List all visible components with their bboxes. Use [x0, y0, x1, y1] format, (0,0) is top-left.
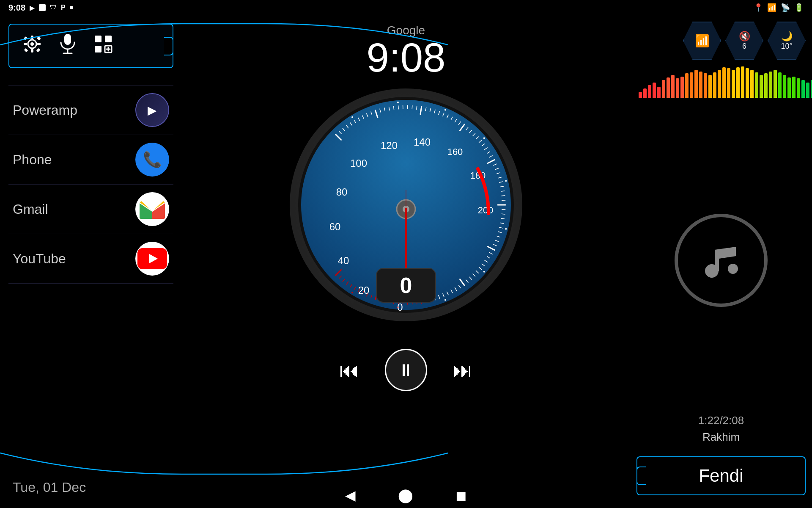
eq-bar	[732, 70, 735, 98]
svg-rect-10	[64, 34, 71, 45]
eq-bar	[736, 67, 740, 98]
eq-bar	[746, 68, 749, 98]
svg-text:0: 0	[397, 301, 403, 313]
gmail-label: Gmail	[13, 202, 48, 217]
eq-bar	[787, 77, 791, 98]
dot-status-icon	[70, 6, 73, 9]
svg-line-81	[502, 214, 505, 214]
svg-point-107	[444, 299, 446, 301]
eq-bar	[680, 77, 684, 98]
svg-point-153	[728, 264, 738, 274]
status-right-icons: 📍 📶 📡 🔋	[754, 3, 804, 12]
app-list: Poweramp Phone 📞 Gmail YouTube	[0, 81, 182, 467]
recents-button[interactable]: ◼	[455, 487, 467, 503]
settings-icon[interactable]	[22, 34, 42, 58]
shield-status-icon: 🛡	[50, 4, 57, 11]
eq-bar	[783, 75, 786, 98]
pause-button[interactable]: ⏸	[385, 349, 427, 391]
svg-text:200: 200	[478, 205, 494, 215]
eq-bar	[648, 85, 651, 98]
eq-bar	[741, 66, 744, 98]
app-item-poweramp[interactable]: Poweramp	[8, 85, 173, 135]
svg-text:20: 20	[358, 284, 370, 296]
eq-bar	[704, 73, 707, 98]
svg-point-1	[30, 42, 34, 46]
svg-point-30	[351, 116, 353, 118]
grid-icon[interactable]	[93, 34, 113, 58]
svg-text:40: 40	[338, 255, 349, 266]
center-panel: Google 9:08	[182, 15, 630, 508]
eq-bar	[760, 75, 763, 98]
song-title-box: Fendi	[636, 456, 806, 495]
svg-rect-2	[31, 36, 33, 39]
time-status: 9:08	[8, 3, 25, 13]
eq-bar	[750, 70, 754, 98]
eq-bar	[662, 80, 665, 98]
gmail-icon[interactable]	[135, 192, 169, 226]
eq-bar	[639, 92, 642, 98]
temperature-display: 10°	[781, 42, 792, 51]
music-icon-area	[630, 106, 812, 414]
back-button[interactable]: ◀	[345, 487, 356, 503]
eq-bar	[708, 75, 712, 98]
wifi-status-widget: 📶	[683, 22, 721, 60]
wifi-icon: 📶	[695, 34, 710, 48]
svg-rect-8	[24, 48, 28, 52]
svg-text:140: 140	[414, 136, 431, 148]
track-info: 1:22/2:08 Rakhim	[630, 414, 812, 456]
battery-status-icon: 🔋	[794, 3, 804, 12]
wifi-status-icon: 📶	[767, 3, 776, 12]
poweramp-icon[interactable]	[135, 93, 169, 127]
music-icon	[675, 214, 768, 307]
sound-status-widget: 🔇 6	[725, 22, 763, 60]
track-artist: Rakhim	[639, 431, 804, 444]
equalizer	[639, 64, 804, 98]
eq-bar	[690, 72, 693, 98]
svg-line-77	[502, 196, 505, 196]
microphone-icon[interactable]	[59, 33, 76, 59]
left-panel: Poweramp Phone 📞 Gmail YouTube	[0, 15, 182, 508]
home-button[interactable]: ⬤	[398, 487, 413, 503]
nav-bar: ◀ ⬤ ◼	[364, 483, 448, 508]
svg-rect-7	[37, 36, 41, 41]
svg-text:80: 80	[336, 186, 348, 198]
svg-rect-9	[36, 48, 40, 52]
app-item-youtube[interactable]: YouTube	[8, 234, 173, 284]
svg-point-96	[483, 271, 485, 273]
status-left-icons: 9:08 ▶ 🛡 P	[8, 3, 73, 13]
stop-status-icon	[39, 4, 46, 11]
eq-bar	[699, 72, 702, 98]
svg-point-63	[483, 137, 485, 139]
eq-bar	[722, 67, 726, 98]
eq-bar	[727, 68, 730, 98]
app-item-gmail[interactable]: Gmail	[8, 185, 173, 234]
svg-line-39	[394, 106, 394, 110]
svg-rect-3	[31, 49, 33, 52]
svg-rect-15	[95, 46, 102, 52]
svg-point-152	[705, 264, 719, 278]
svg-text:0: 0	[400, 273, 412, 298]
eq-bar	[778, 72, 782, 98]
eq-bar	[713, 72, 716, 98]
svg-point-52	[444, 109, 446, 110]
prev-track-button[interactable]: ⏮	[339, 359, 359, 382]
app-item-phone[interactable]: Phone 📞	[8, 135, 173, 185]
right-panel: 📶 🔇 6 🌙 10° 1:22/2:08 Rakhim Fendi	[630, 15, 812, 508]
eq-bar	[806, 83, 809, 98]
svg-rect-5	[37, 43, 41, 45]
youtube-icon[interactable]	[135, 242, 169, 276]
svg-text:160: 160	[447, 146, 463, 157]
speedometer: 20 40 60 80 100 120 140 160 180 200 0	[288, 86, 524, 323]
svg-rect-6	[23, 36, 27, 41]
eq-bar	[685, 73, 689, 98]
eq-bar	[671, 75, 675, 98]
svg-text:100: 100	[350, 157, 367, 169]
next-track-button[interactable]: ⏭	[453, 359, 473, 382]
phone-icon[interactable]: 📞	[135, 143, 169, 177]
controls-bar	[8, 24, 173, 68]
svg-line-40	[398, 106, 399, 109]
top-right-icons: 📶 🔇 6 🌙 10°	[630, 15, 812, 60]
time-display: 9:08	[367, 37, 446, 78]
eq-bar	[718, 70, 721, 98]
svg-text:120: 120	[381, 140, 398, 151]
